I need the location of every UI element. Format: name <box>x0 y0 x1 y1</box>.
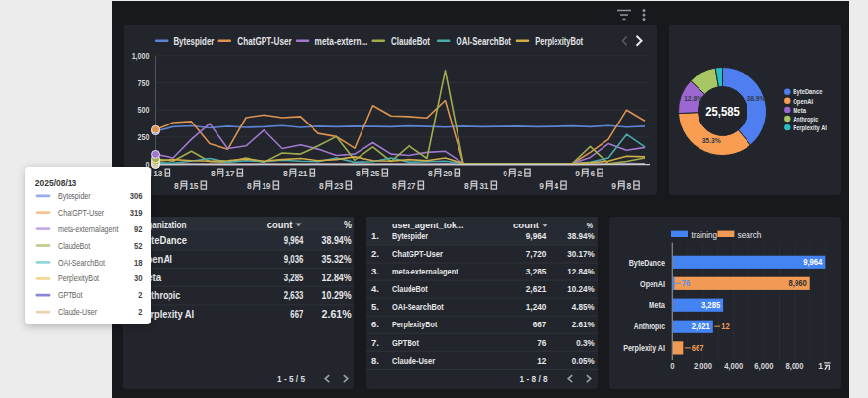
svg-text:ClaudeBot: ClaudeBot <box>58 240 91 250</box>
svg-text:OAI-SearchBot: OAI-SearchBot <box>392 301 444 312</box>
svg-text:17: 17 <box>225 169 235 178</box>
svg-text:12.84%: 12.84% <box>567 266 595 276</box>
svg-text:2,621: 2,621 <box>526 283 547 294</box>
svg-text:35.3%: 35.3% <box>702 136 721 145</box>
svg-text:30: 30 <box>134 274 143 283</box>
svg-text:25,585: 25,585 <box>705 104 740 119</box>
svg-text:meta-externalagent: meta-externalagent <box>392 266 458 276</box>
svg-text:7.: 7. <box>371 337 379 348</box>
svg-text:count: count <box>267 219 293 230</box>
svg-text:12: 12 <box>721 322 730 331</box>
svg-text:ByteDance: ByteDance <box>629 258 665 268</box>
svg-text:Bytespider: Bytespider <box>58 190 91 200</box>
svg-text:9: 9 <box>611 181 616 191</box>
svg-text:31: 31 <box>479 181 489 191</box>
svg-text:0.05%: 0.05% <box>572 355 595 366</box>
svg-text:12: 12 <box>537 355 546 366</box>
svg-text:8,960: 8,960 <box>789 278 807 288</box>
svg-text:Anthropic: Anthropic <box>793 115 818 124</box>
svg-text:500: 500 <box>138 105 150 115</box>
svg-text:92: 92 <box>134 224 143 233</box>
svg-text:user_agent_tok...: user_agent_tok... <box>392 220 464 230</box>
svg-text:2.61%: 2.61% <box>572 319 595 329</box>
svg-text:76: 76 <box>682 278 691 288</box>
svg-text:2: 2 <box>138 307 142 317</box>
svg-text:2: 2 <box>518 169 523 178</box>
svg-text:52: 52 <box>134 240 143 250</box>
svg-text:%: % <box>587 220 594 230</box>
svg-text:6: 6 <box>591 169 596 178</box>
svg-text:%: % <box>344 219 352 230</box>
svg-text:306: 306 <box>130 190 143 200</box>
svg-text:1: 1 <box>818 361 823 371</box>
svg-text:meta-extern...: meta-extern... <box>315 35 368 47</box>
svg-text:12.8%: 12.8% <box>684 94 702 103</box>
svg-text:7,720: 7,720 <box>526 248 547 259</box>
svg-text:10.29%: 10.29% <box>322 289 353 301</box>
svg-text:2.: 2. <box>371 248 379 259</box>
svg-text:9: 9 <box>539 181 544 191</box>
svg-text:ClaudeBot: ClaudeBot <box>392 283 428 294</box>
svg-text:667: 667 <box>290 308 303 320</box>
svg-text:ChatGPT-User: ChatGPT-User <box>58 207 104 217</box>
svg-text:8: 8 <box>356 169 361 178</box>
svg-text:38.94%: 38.94% <box>567 230 595 241</box>
svg-text:2,000: 2,000 <box>694 361 712 371</box>
svg-text:76: 76 <box>537 337 546 348</box>
svg-text:OAI-SearchBot: OAI-SearchBot <box>58 257 106 267</box>
svg-text:9,036: 9,036 <box>284 253 304 265</box>
svg-text:8: 8 <box>392 181 397 191</box>
svg-text:Anthropic: Anthropic <box>634 322 665 331</box>
svg-text:2.61%: 2.61% <box>322 308 353 320</box>
svg-text:9: 9 <box>575 169 580 178</box>
svg-text:18: 18 <box>134 257 143 267</box>
svg-text:0: 0 <box>670 361 675 371</box>
svg-text:35.32%: 35.32% <box>322 253 353 265</box>
svg-text:23: 23 <box>334 181 344 191</box>
svg-text:GPTBot: GPTBot <box>58 290 83 300</box>
svg-text:Perplexity AI: Perplexity AI <box>623 343 665 353</box>
svg-text:21: 21 <box>298 169 308 178</box>
svg-text:3,285: 3,285 <box>284 272 304 283</box>
svg-text:Bytespider: Bytespider <box>173 35 215 47</box>
svg-text:1,000: 1,000 <box>132 51 150 61</box>
svg-text:667: 667 <box>692 343 704 353</box>
svg-text:Meta: Meta <box>793 106 806 115</box>
svg-text:8: 8 <box>319 181 324 191</box>
svg-text:4.: 4. <box>371 283 379 294</box>
svg-text:30.17%: 30.17% <box>567 248 595 259</box>
svg-text:ChatGPT-User: ChatGPT-User <box>237 35 292 47</box>
svg-text:2025/08/13: 2025/08/13 <box>35 177 77 188</box>
svg-text:29: 29 <box>443 169 453 178</box>
svg-text:Claude-User: Claude-User <box>58 307 97 317</box>
svg-text:1.: 1. <box>371 230 379 241</box>
svg-text:25: 25 <box>370 169 380 178</box>
svg-text:Meta: Meta <box>649 300 666 310</box>
svg-text:3.: 3. <box>371 266 379 276</box>
svg-text:1 - 8 / 8: 1 - 8 / 8 <box>520 373 548 384</box>
svg-text:2,621: 2,621 <box>692 322 710 331</box>
svg-text:19: 19 <box>262 181 271 191</box>
svg-text:ByteDance: ByteDance <box>793 87 822 96</box>
svg-text:10.24%: 10.24% <box>567 283 595 294</box>
svg-text:1 - 5 / 5: 1 - 5 / 5 <box>277 373 306 384</box>
svg-text:4: 4 <box>555 181 559 191</box>
svg-text:6,000: 6,000 <box>754 361 773 371</box>
svg-text:Claude-User: Claude-User <box>392 355 435 366</box>
svg-text:GPTBot: GPTBot <box>392 337 420 348</box>
svg-text:27: 27 <box>407 181 416 191</box>
svg-text:319: 319 <box>130 207 143 217</box>
svg-text:8: 8 <box>627 181 632 191</box>
svg-text:13: 13 <box>153 169 163 178</box>
svg-text:12.84%: 12.84% <box>322 272 353 283</box>
svg-text:15: 15 <box>189 181 199 191</box>
svg-text:9,964: 9,964 <box>803 257 822 267</box>
svg-text:5.: 5. <box>371 301 379 312</box>
svg-text:search: search <box>738 230 762 240</box>
svg-text:2,633: 2,633 <box>284 289 304 301</box>
svg-text:3,285: 3,285 <box>701 300 720 310</box>
svg-text:8: 8 <box>211 169 216 178</box>
svg-text:38.9%: 38.9% <box>747 94 765 103</box>
svg-text:9: 9 <box>503 169 507 178</box>
svg-text:count: count <box>513 220 540 230</box>
